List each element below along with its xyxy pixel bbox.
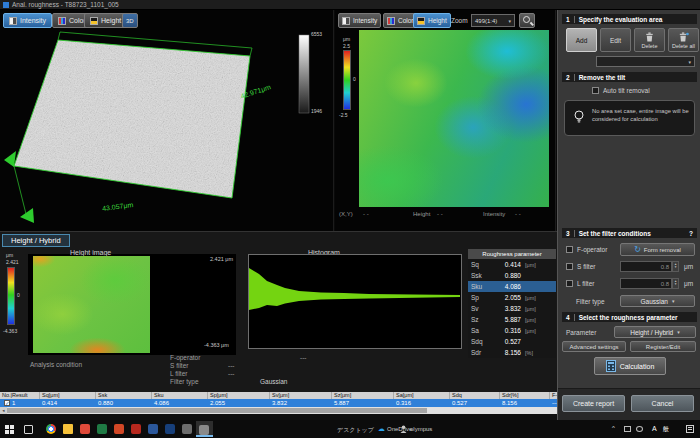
intensity-scale-max: 6553	[311, 31, 322, 37]
header-sdr[interactable]: Sdr[%]	[500, 392, 550, 399]
taskbar-app-icon-4[interactable]	[182, 424, 192, 434]
intensity-mode-button[interactable]: Intensity	[3, 13, 52, 28]
parameter-select[interactable]: Height / Hybrid ▾	[614, 326, 696, 338]
taskbar-app-icon-1[interactable]	[80, 424, 90, 434]
l-filter-checkbox[interactable]	[566, 280, 573, 287]
height-icon	[417, 17, 425, 25]
f-operator-checkbox[interactable]	[566, 246, 573, 253]
chevron-down-icon: ▾	[672, 298, 675, 304]
surface-3d-plot[interactable]	[0, 30, 334, 231]
intensity-label: Intensity	[20, 17, 46, 24]
section-remove-tilt: 2 Remove the tilt	[562, 72, 697, 82]
l-filter-stepper[interactable]: ▲▼	[672, 278, 679, 289]
edit-label: Edit	[610, 37, 621, 44]
height-mode-button[interactable]: Height	[84, 13, 127, 28]
auto-tilt-checkbox-row[interactable]: Auto tilt removal	[592, 87, 650, 94]
taskbar-word-icon[interactable]	[148, 424, 158, 434]
user-icon	[400, 425, 407, 433]
taskbar-app-icon-3[interactable]	[165, 424, 175, 434]
taskbar-desktop-label[interactable]: デスクトップ	[337, 426, 374, 435]
zoom-select[interactable]: 499(1:4) ▾	[471, 14, 515, 27]
header-sq[interactable]: Sq[μm]	[40, 392, 96, 399]
cancel-button[interactable]: Cancel	[631, 395, 694, 412]
analysis-panel: Height / Hybrid Height image μm 2.421 0 …	[0, 231, 557, 392]
taskbar-powerpoint-icon[interactable]	[114, 424, 124, 434]
intensity-readout-label: Intensity	[483, 211, 505, 217]
display-tray-icon[interactable]	[624, 426, 631, 432]
param-row-sp[interactable]: Sp 2.055 [μm]	[468, 292, 556, 303]
advanced-settings-button[interactable]: Advanced settings	[562, 341, 626, 352]
tab-label: Height / Hybrid	[11, 236, 61, 245]
scrollbar-thumb[interactable]	[7, 408, 427, 413]
scroll-left-icon[interactable]: ◂	[0, 407, 7, 414]
help-icon[interactable]: ?	[689, 230, 693, 237]
param-name: Sku	[471, 283, 491, 290]
start-button[interactable]	[5, 425, 14, 434]
height-map-image[interactable]	[359, 30, 549, 207]
param-row-ssk[interactable]: Ssk 0.880	[468, 270, 556, 281]
header-sz[interactable]: Sz[μm]	[332, 392, 394, 399]
header-sp[interactable]: Sp[μm]	[208, 392, 270, 399]
taskbar-active-app-icon	[199, 425, 209, 435]
param-row-sdq[interactable]: Sdq 0.527	[468, 336, 556, 347]
window-title: Anal. roughness - T88723_1101_005	[12, 1, 119, 8]
header-sv[interactable]: Sv[μm]	[270, 392, 332, 399]
control-sidebar: 1 Specify the evaluation area Add Edit D…	[557, 10, 700, 420]
taskbar-excel-icon[interactable]	[97, 424, 107, 434]
s-filter-input[interactable]: 0.8	[620, 261, 672, 272]
row-checkbox[interactable]: ✓	[4, 400, 10, 406]
magnifier-button[interactable]	[519, 13, 535, 28]
form-removal-button[interactable]: ↻ Form removal	[620, 243, 695, 256]
add-area-button[interactable]: Add	[566, 28, 597, 52]
task-view-icon[interactable]	[24, 425, 33, 434]
tab-height-hybrid[interactable]: Height / Hybrid	[2, 234, 70, 247]
histogram-plot[interactable]	[248, 254, 462, 349]
height-mode-button-2d[interactable]: Height	[413, 13, 451, 28]
filter-type-select[interactable]: Gaussian ▾	[620, 295, 695, 307]
volume-tray-icon[interactable]	[636, 426, 643, 432]
create-report-button[interactable]: Create report	[562, 395, 625, 412]
scale-min: -2.5	[339, 112, 348, 118]
param-row-sa[interactable]: Sa 0.316 [μm]	[468, 325, 556, 336]
height-image[interactable]	[33, 256, 150, 353]
taskbar-chrome-icon[interactable]	[46, 424, 56, 434]
taskbar-active-app[interactable]	[196, 421, 213, 437]
header-no-result[interactable]: No.|Result	[0, 392, 40, 399]
spin-down-icon[interactable]: ▼	[674, 282, 677, 286]
tray-expand-icon[interactable]: ^	[612, 425, 615, 431]
auto-tilt-checkbox[interactable]	[592, 87, 599, 94]
calculation-button[interactable]: Calculation	[594, 357, 666, 375]
header-sku[interactable]: Sku	[152, 392, 208, 399]
param-row-sz[interactable]: Sz 5.887 [μm]	[468, 314, 556, 325]
s-filter-checkbox[interactable]	[566, 263, 573, 270]
edit-area-button[interactable]: Edit	[600, 28, 631, 52]
param-row-sku-selected[interactable]: Sku 4.086	[468, 281, 556, 292]
param-row-sq[interactable]: Sq 0.414 [μm]	[468, 259, 556, 270]
spin-down-icon[interactable]: ▼	[674, 265, 677, 269]
3d-view-button[interactable]: 3D	[122, 13, 138, 28]
register-edit-button[interactable]: Register/Edit	[630, 341, 696, 352]
taskbar-explorer-icon[interactable]	[63, 424, 73, 434]
header-sa[interactable]: Sa[μm]	[394, 392, 450, 399]
s-filter-stepper[interactable]: ▲▼	[672, 261, 679, 272]
ime-mode-indicator[interactable]: A	[652, 425, 657, 432]
delete-area-button[interactable]: Delete	[634, 28, 665, 52]
delete-all-areas-button[interactable]: Delete all	[668, 28, 699, 52]
param-name: Sdq	[471, 338, 491, 345]
area-list-select[interactable]: ▾	[596, 56, 695, 67]
condition-filter-type-label: Filter type	[170, 378, 199, 385]
intensity-mode-button-2d[interactable]: Intensity	[338, 13, 381, 28]
intensity-readout-value: - -	[515, 211, 521, 217]
header-ssk[interactable]: Ssk	[96, 392, 152, 399]
section-number: 4	[566, 314, 570, 321]
param-row-sv[interactable]: Sv 3.832 [μm]	[468, 303, 556, 314]
ime-kind-indicator[interactable]: 般	[663, 425, 669, 434]
condition-l-filter-value: ---	[228, 370, 235, 377]
header-sdq[interactable]: Sdq	[450, 392, 500, 399]
param-row-sdr[interactable]: Sdr 8.156 [%]	[468, 347, 556, 358]
notification-center-icon[interactable]	[686, 425, 694, 433]
taskbar-user-label[interactable]: olympus	[410, 426, 432, 432]
l-filter-input[interactable]: 0.8	[620, 278, 672, 289]
delete-all-label: Delete all	[672, 43, 695, 49]
taskbar-app-icon-2[interactable]	[131, 424, 141, 434]
